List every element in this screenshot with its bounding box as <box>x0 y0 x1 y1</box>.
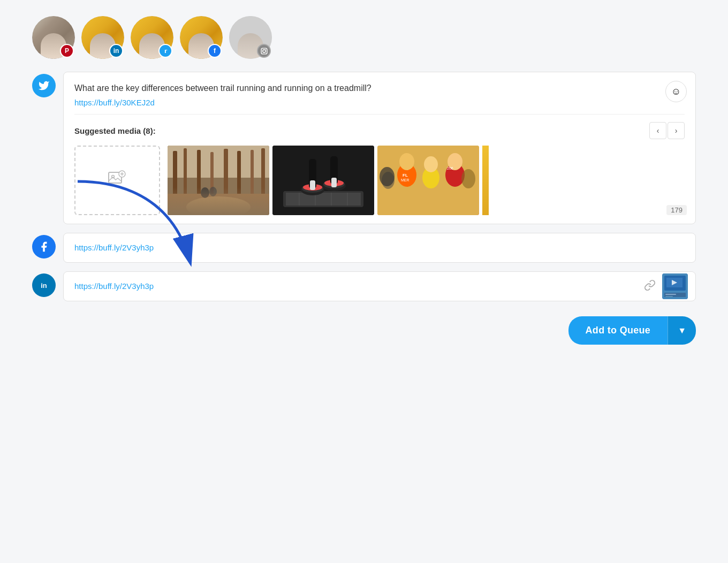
linkedin-post-row: in https://buff.ly/2V3yh3p <box>32 271 696 301</box>
emoji-icon: ☺ <box>671 86 681 97</box>
svg-rect-16 <box>251 150 254 198</box>
chevron-down-icon: ▼ <box>678 326 686 335</box>
svg-point-19 <box>186 196 251 215</box>
media-nav-buttons: ‹ › <box>649 122 685 139</box>
twitter-badge: 𝕣 <box>158 44 172 58</box>
svg-rect-14 <box>224 149 228 198</box>
svg-rect-60 <box>665 296 673 297</box>
twitter-post-card: What are the key differences between tra… <box>63 72 696 224</box>
avatar-linkedin[interactable]: in <box>81 16 124 59</box>
suggested-header: Suggested media (8): ‹ › <box>74 122 685 146</box>
twitter-post-row: What are the key differences between tra… <box>32 72 696 224</box>
avatars-row: P in 𝕣 f <box>32 16 696 59</box>
pinterest-badge: P <box>60 44 74 58</box>
linkedin-post-card: https://buff.ly/2V3yh3p <box>63 271 696 301</box>
svg-text:206: 206 <box>447 166 453 170</box>
add-to-queue-chevron[interactable]: ▼ <box>668 316 696 345</box>
svg-rect-9 <box>168 146 269 178</box>
facebook-post-link[interactable]: https://buff.ly/2V3yh3p <box>74 243 154 252</box>
avatar-pinterest[interactable]: P <box>32 16 75 59</box>
instagram-badge <box>257 44 271 58</box>
media-thumb-trail[interactable] <box>168 146 269 215</box>
suggested-media-title: Suggested media (8): <box>74 126 156 135</box>
twitter-post-link[interactable]: https://buff.ly/30KEJ2d <box>74 98 155 107</box>
link-attach-icon <box>644 279 656 293</box>
svg-point-21 <box>209 187 217 196</box>
linkedin-post-link[interactable]: https://buff.ly/2V3yh3p <box>74 282 154 291</box>
linkedin-platform-icon: in <box>32 273 56 297</box>
avatar-twitter[interactable]: 𝕣 <box>131 16 173 59</box>
facebook-post-row: https://buff.ly/2V3yh3p <box>32 233 696 263</box>
svg-rect-10 <box>173 151 177 199</box>
bottom-row: Add to Queue ▼ <box>32 316 696 345</box>
svg-rect-38 <box>331 178 337 187</box>
facebook-post-card: https://buff.ly/2V3yh3p <box>63 233 696 263</box>
svg-rect-18 <box>168 194 269 215</box>
svg-rect-0 <box>261 48 267 54</box>
svg-text:FL: FL <box>403 173 408 178</box>
avatar-instagram[interactable] <box>229 16 272 59</box>
svg-point-46 <box>424 156 438 172</box>
svg-rect-11 <box>184 148 187 199</box>
svg-rect-17 <box>261 148 265 198</box>
svg-point-20 <box>201 187 209 198</box>
media-thumb-treadmill[interactable] <box>272 146 374 215</box>
emoji-button[interactable]: ☺ <box>665 81 687 102</box>
linkedin-badge: in <box>109 44 123 58</box>
svg-rect-59 <box>665 294 676 295</box>
facebook-platform-icon <box>32 235 56 258</box>
svg-rect-12 <box>197 150 201 197</box>
media-row: FL MER 206 <box>74 146 685 224</box>
svg-rect-37 <box>310 180 315 190</box>
avatar-facebook[interactable]: f <box>180 16 223 59</box>
media-thumb-partial <box>482 146 489 215</box>
svg-rect-13 <box>210 152 214 197</box>
svg-point-42 <box>399 153 414 170</box>
twitter-platform-icon <box>32 74 56 97</box>
upload-placeholder[interactable] <box>74 146 160 215</box>
suggested-media-section: Suggested media (8): ‹ › <box>74 114 685 224</box>
media-thumb-marathon[interactable]: FL MER 206 <box>377 146 479 215</box>
svg-rect-24 <box>286 193 361 206</box>
svg-point-2 <box>265 49 266 49</box>
link-preview-thumbnail <box>662 273 688 299</box>
svg-point-1 <box>262 49 265 52</box>
char-count: 179 <box>666 205 687 215</box>
svg-point-52 <box>380 167 395 186</box>
facebook-badge: f <box>208 44 222 58</box>
media-next-button[interactable]: › <box>668 122 685 139</box>
svg-rect-15 <box>237 151 241 198</box>
twitter-post-text: What are the key differences between tra… <box>74 82 685 95</box>
media-prev-button[interactable]: ‹ <box>649 122 666 139</box>
svg-text:MER: MER <box>401 178 410 182</box>
svg-point-51 <box>461 169 475 188</box>
upload-icon <box>108 169 127 192</box>
add-to-queue-button[interactable]: Add to Queue <box>568 316 668 345</box>
